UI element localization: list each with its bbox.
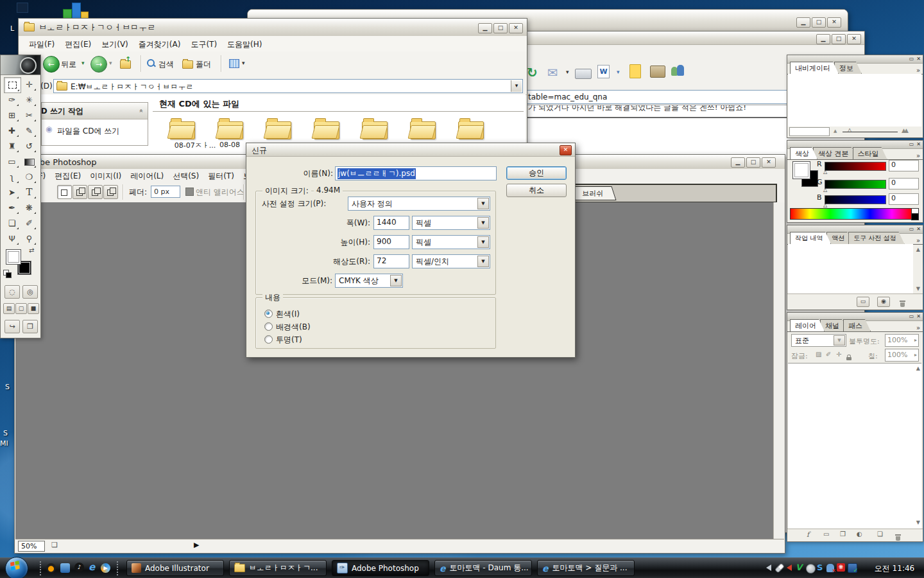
radio-white[interactable] [264, 310, 273, 318]
imageready-jump-button[interactable]: ↪ [4, 320, 20, 333]
mode-combo[interactable]: CMYK 색상 ▼ [335, 274, 403, 288]
menu-filter[interactable]: 필터(T) [208, 171, 234, 182]
menu-favorites[interactable]: 즐겨찾기(A) [139, 39, 181, 50]
address-input[interactable]: E:₩ㅂㅗㄹㅏㅁㅈㅏㄱㅇㅓㅂㅁㅜㄹ ▾ [53, 79, 523, 93]
tab-info[interactable]: 정보 [834, 62, 862, 74]
r-value-box[interactable]: 0 [889, 160, 919, 171]
menu-image[interactable]: 이미지(I) [90, 171, 121, 182]
slice-tool[interactable]: ✂ [21, 108, 37, 123]
healing-brush-tool[interactable]: ✚ [4, 123, 20, 138]
feather-input[interactable]: 0 px [151, 186, 180, 198]
screen-mode-full-menubar-button[interactable]: ▢ [15, 303, 27, 314]
radio-white-label[interactable]: 흰색(I) [276, 309, 300, 320]
zoom-value-box[interactable] [789, 127, 830, 136]
selection-subtract-button[interactable] [88, 185, 103, 199]
back-label[interactable]: 뒤로 [61, 59, 76, 70]
lasso-tool[interactable]: ✑ [4, 92, 20, 107]
menu-select[interactable]: 선택(S) [173, 171, 199, 182]
zoom-tool[interactable]: ⚲ [21, 231, 37, 246]
screen-mode-full-button[interactable]: ■ [28, 303, 39, 314]
panel-close-icon[interactable]: ✕ [916, 226, 921, 232]
dropdown-arrow-icon[interactable]: ▼ [834, 335, 845, 346]
quicklaunch-grip[interactable] [117, 561, 118, 575]
views-icon[interactable] [229, 59, 239, 68]
palette-well-tab[interactable]: 브러쉬 [569, 186, 616, 200]
tray-update-icon[interactable]: ✓ [848, 563, 857, 573]
taskbar-button-folder[interactable]: ㅂㅗㄹㅏㅁㅈㅏㄱ... [229, 560, 327, 576]
dropdown-arrow-icon[interactable]: ▼ [477, 236, 489, 248]
ok-button[interactable]: 승인 [506, 166, 567, 180]
search-icon[interactable] [147, 59, 155, 67]
edit-standard-mode-button[interactable]: ◌ [4, 285, 20, 299]
preset-combo[interactable]: 사용자 정의 ▼ [348, 197, 490, 211]
taskbar-button-illustrator[interactable]: Adobe Illustrator [126, 560, 224, 576]
name-input[interactable]: jw(ㅂㅡㄹㄹㅐㄱ).psd [335, 166, 497, 180]
r-slider[interactable] [825, 162, 886, 171]
brush-tool[interactable]: ✎ [21, 123, 37, 138]
sponge-tool[interactable]: ❍ [21, 170, 37, 184]
favorites-book-icon[interactable] [650, 66, 665, 78]
maximize-button[interactable]: □ [746, 157, 760, 168]
back-dropdown-icon[interactable]: ▾ [81, 60, 85, 66]
tray-v3-icon[interactable]: V [796, 563, 802, 572]
menu-edit[interactable]: 편집(E) [55, 171, 81, 182]
swap-colors-icon[interactable]: ⇄ [29, 247, 34, 254]
clone-stamp-tool[interactable]: ♜ [4, 139, 20, 153]
b-slider[interactable] [825, 195, 886, 204]
color-spectrum-bar[interactable] [790, 208, 912, 220]
menu-view[interactable]: 보기(V) [101, 39, 128, 50]
desktop-icon-blocks[interactable] [62, 0, 91, 18]
zoom-in-icon[interactable]: ▲▲ [902, 127, 907, 134]
task-pane-header[interactable]: CD 쓰기 작업 » [42, 103, 148, 119]
panel-minimize-icon[interactable]: ▭ [909, 141, 914, 147]
panel-close-icon[interactable]: ✕ [916, 141, 921, 147]
start-button[interactable] [5, 557, 28, 578]
height-unit-combo[interactable]: 픽셀 ▼ [412, 235, 490, 249]
smudge-tool[interactable]: ʅ [4, 170, 20, 184]
folder-item[interactable] [314, 121, 339, 139]
lock-all-icon[interactable] [846, 351, 851, 363]
tray-sound-icon[interactable] [787, 565, 792, 571]
menu-file[interactable]: 파일(F) [29, 39, 55, 50]
tray-messenger-offline-icon[interactable]: ✕ [826, 564, 834, 572]
notes-icon[interactable] [629, 64, 641, 78]
minimize-button[interactable]: ▁ [816, 34, 830, 44]
new-layer-button[interactable]: ❏ [877, 530, 883, 538]
opacity-box[interactable]: 100% ▸ [885, 334, 919, 347]
quicklaunch-media-icon[interactable]: ▶ [101, 563, 110, 573]
mail-dropdown-icon[interactable]: ▾ [566, 69, 569, 75]
folder-item[interactable] [218, 121, 243, 139]
width-input[interactable]: 1440 [373, 216, 409, 230]
zoom-out-icon[interactable]: ▲ [834, 128, 837, 134]
tab-styles[interactable]: 스타일 [853, 147, 887, 159]
spin-icon[interactable]: ▸ [914, 349, 917, 361]
lock-position-icon[interactable]: ✛ [836, 351, 841, 358]
quick-mask-mode-button[interactable]: ◎ [22, 285, 38, 299]
b-value-box[interactable]: 0 [889, 193, 919, 205]
delete-layer-button[interactable] [895, 531, 901, 543]
quicklaunch-ie-icon[interactable]: e [89, 561, 95, 573]
panel-close-icon[interactable]: ✕ [916, 313, 921, 319]
r-slider-marker[interactable]: △ [823, 169, 827, 175]
new-snapshot-button[interactable]: ◉ [877, 297, 890, 307]
panel-menu-icon[interactable]: » [914, 67, 923, 74]
selection-add-button[interactable] [73, 185, 87, 199]
blend-mode-combo[interactable]: 표준 ▼ [791, 334, 846, 347]
messenger-icon[interactable] [671, 64, 685, 77]
screen-mode-standard-button[interactable]: ▤ [3, 303, 15, 314]
selection-intersect-button[interactable] [103, 185, 118, 199]
edit-dropdown-icon[interactable]: ▾ [617, 69, 620, 75]
close-button[interactable]: ✕ [509, 23, 523, 33]
panel-minimize-icon[interactable]: ▭ [909, 56, 914, 62]
vertical-scrollbar[interactable] [773, 202, 785, 539]
height-input[interactable]: 900 [373, 235, 409, 249]
spectrum-black-cap[interactable] [911, 213, 919, 220]
notes-tool[interactable]: ❏ [4, 216, 20, 231]
collapse-chevron-icon[interactable]: » [137, 109, 144, 112]
folders-icon[interactable] [182, 60, 193, 69]
delete-state-button[interactable] [900, 297, 905, 310]
scroll-down-icon[interactable]: ▼ [916, 520, 920, 525]
resolution-unit-combo[interactable]: 픽셀/인치 ▼ [412, 254, 490, 268]
radio-transparent-label[interactable]: 투명(T) [276, 335, 302, 346]
maximize-button[interactable]: □ [493, 23, 508, 33]
